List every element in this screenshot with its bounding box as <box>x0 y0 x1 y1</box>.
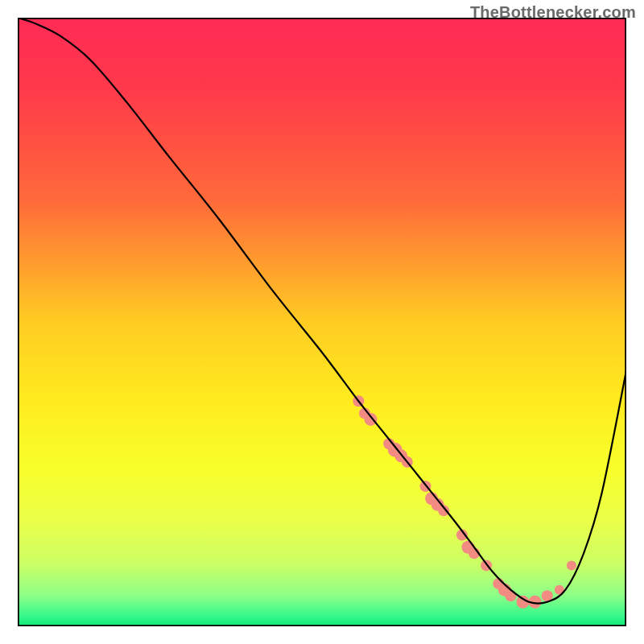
data-marker <box>567 560 576 570</box>
attribution-text: TheBottlenecker.com <box>470 3 636 22</box>
gradient-background <box>18 18 626 626</box>
plot-area <box>18 18 626 626</box>
chart-container: TheBottlenecker.com <box>0 0 644 644</box>
data-marker <box>364 413 377 426</box>
chart-svg <box>18 18 626 626</box>
